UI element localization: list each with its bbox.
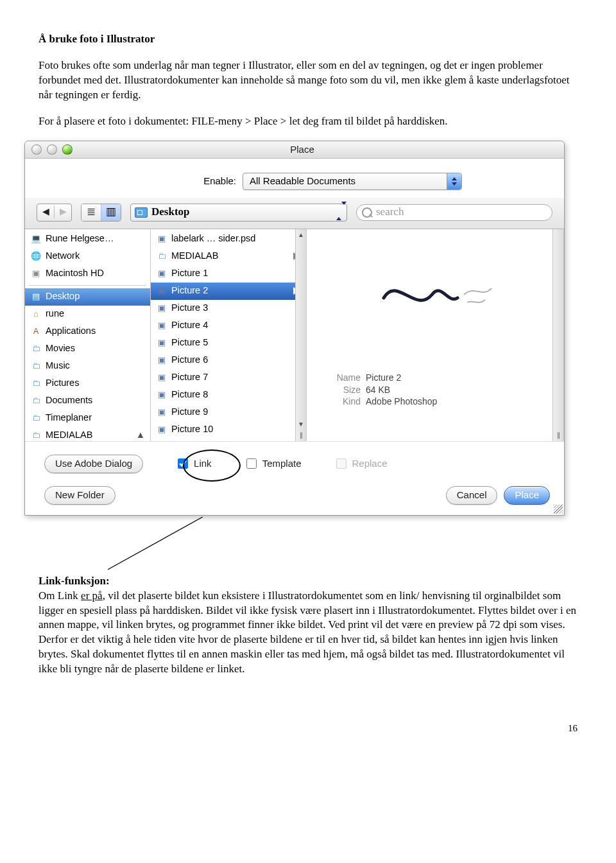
page-heading: Å bruke foto i Illustrator: [38, 32, 578, 47]
sidebar-item[interactable]: 🗀Timeplaner: [25, 410, 150, 427]
harddisk-icon: ▣: [30, 268, 42, 279]
location-dropdown[interactable]: Desktop: [130, 204, 347, 222]
list-item[interactable]: ▣Picture 1: [151, 265, 306, 283]
nav-back-forward[interactable]: ◀ ▶: [37, 204, 72, 222]
desktop-icon: ▤: [30, 292, 42, 302]
enable-value: All Readable Documents: [250, 175, 355, 187]
stepper-icon[interactable]: [336, 204, 346, 221]
nav-forward-icon[interactable]: ▶: [55, 206, 71, 218]
sidebar-item[interactable]: ▣Macintosh HD: [25, 265, 150, 283]
sidebar-item[interactable]: ⌂rune: [25, 306, 150, 323]
sidebar-item[interactable]: 🗀Pictures: [25, 375, 150, 392]
column-handle-icon[interactable]: ∥: [557, 430, 560, 441]
sidebar-item[interactable]: 💻Rune Helgese…: [25, 231, 150, 248]
page-number: 16: [38, 722, 578, 735]
list-item[interactable]: ▣Picture 8: [151, 387, 306, 404]
callout-line: [24, 517, 563, 575]
photoshop-icon: ▣: [156, 268, 167, 279]
scroll-down-icon[interactable]: ▼: [298, 419, 304, 430]
close-icon[interactable]: [31, 144, 42, 155]
list-item[interactable]: ▣Picture 6: [151, 352, 306, 369]
photoshop-icon: ▣: [156, 320, 167, 331]
cancel-button[interactable]: Cancel: [446, 486, 498, 505]
preview-column: NamePicture 2 Size64 KB KindAdobe Photos…: [307, 229, 564, 441]
enable-dropdown[interactable]: All Readable Documents: [243, 173, 462, 190]
template-checkbox-input[interactable]: [246, 458, 257, 469]
list-item[interactable]: ▣Picture 3: [151, 300, 306, 317]
file-column: ▣labelark … sider.psd 🗀MEDIALAB▶ ▣Pictur…: [151, 229, 307, 441]
folder-icon: 🗀: [30, 361, 42, 371]
network-icon: 🌐: [30, 251, 42, 261]
list-view-icon[interactable]: ≣: [81, 204, 101, 221]
resize-handle-icon[interactable]: [554, 505, 563, 514]
search-icon: [362, 207, 372, 218]
scrollbar[interactable]: ∥: [552, 229, 563, 441]
sidebar-item[interactable]: AApplications: [25, 323, 150, 340]
list-item[interactable]: ▣Picture 9: [151, 404, 306, 421]
preview-thumbnail: [368, 250, 502, 333]
photoshop-icon: ▣: [156, 303, 167, 313]
location-value: Desktop: [151, 205, 190, 220]
use-adobe-dialog-button[interactable]: Use Adobe Dialog: [44, 455, 143, 473]
computer-icon: 💻: [30, 234, 42, 244]
sidebar-item[interactable]: 🗀Movies: [25, 340, 150, 358]
link-checkbox[interactable]: Link: [175, 457, 212, 471]
folder-icon: 🗀: [30, 430, 42, 440]
folder-icon: 🗀: [156, 251, 167, 261]
zoom-icon[interactable]: [62, 144, 73, 155]
stepper-icon[interactable]: [447, 173, 461, 189]
list-item[interactable]: ▣Picture 7: [151, 369, 306, 387]
sidebar-item[interactable]: 🗀Documents: [25, 392, 150, 410]
list-item[interactable]: ▣Picture 5: [151, 335, 306, 352]
template-checkbox[interactable]: Template: [244, 457, 302, 471]
sidebar-item-desktop[interactable]: ▤Desktop: [25, 288, 150, 306]
svg-line-0: [108, 517, 203, 570]
desktop-icon: [135, 207, 148, 218]
photoshop-icon: ▣: [156, 338, 167, 348]
scrollbar[interactable]: ▲ ▼ ∥: [295, 229, 306, 441]
column-handle-icon[interactable]: ∥: [300, 430, 303, 441]
app-icon: A: [30, 326, 42, 336]
dialog-title: Place: [73, 143, 564, 156]
search-placeholder: search: [376, 205, 404, 220]
scroll-up-icon[interactable]: ▲: [298, 229, 304, 241]
photoshop-icon: ▣: [156, 390, 167, 400]
replace-checkbox: Replace: [334, 457, 388, 471]
window-controls: [25, 144, 73, 155]
new-folder-button[interactable]: New Folder: [44, 486, 116, 505]
sidebar: 💻Rune Helgese… 🌐Network ▣Macintosh HD ▤D…: [25, 229, 151, 441]
sidebar-item[interactable]: 🗀Music: [25, 358, 150, 375]
paragraph-2: For å plasere et foto i dokumentet: FILE…: [38, 114, 578, 129]
list-item-selected[interactable]: ▣Picture 2▶: [151, 283, 306, 300]
search-input[interactable]: search: [356, 204, 552, 221]
folder-icon: 🗀: [30, 396, 42, 406]
enable-label: Enable:: [108, 175, 236, 187]
minimize-icon[interactable]: [47, 144, 57, 155]
list-item[interactable]: ▣Picture 4: [151, 317, 306, 335]
photoshop-icon: ▣: [156, 372, 167, 383]
place-button[interactable]: Place: [504, 486, 550, 505]
paragraph-link: Link-funksjon: Om Link er på, vil det pl…: [38, 574, 578, 677]
list-item[interactable]: 🗀MEDIALAB▶: [151, 248, 306, 265]
photoshop-icon: ▣: [156, 286, 167, 296]
list-item[interactable]: ▣labelark … sider.psd: [151, 231, 306, 248]
folder-icon: 🗀: [30, 378, 42, 388]
place-dialog: Place Enable: All Readable Documents ◀ ▶…: [24, 141, 565, 516]
replace-checkbox-input: [336, 458, 346, 469]
list-item[interactable]: ▣Picture 10: [151, 421, 306, 439]
eject-icon[interactable]: ▲: [136, 429, 145, 440]
nav-back-icon[interactable]: ◀: [37, 206, 55, 218]
home-icon: ⌂: [30, 309, 42, 319]
link-checkbox-input[interactable]: [178, 458, 188, 469]
sidebar-item[interactable]: 🗀MEDIALAB▲: [25, 427, 150, 441]
file-metadata: NamePicture 2 Size64 KB KindAdobe Photos…: [326, 372, 551, 408]
photoshop-icon: ▣: [156, 407, 167, 417]
divider: [29, 285, 146, 286]
sidebar-item[interactable]: 🌐Network: [25, 248, 150, 265]
column-view-icon[interactable]: ▥: [101, 204, 121, 221]
paragraph-1: Foto brukes ofte som underlag når man te…: [38, 58, 578, 103]
view-mode-toggle[interactable]: ≣ ▥: [81, 204, 121, 222]
photoshop-icon: ▣: [156, 234, 167, 244]
folder-icon: 🗀: [30, 344, 42, 354]
photoshop-icon: ▣: [156, 424, 167, 435]
